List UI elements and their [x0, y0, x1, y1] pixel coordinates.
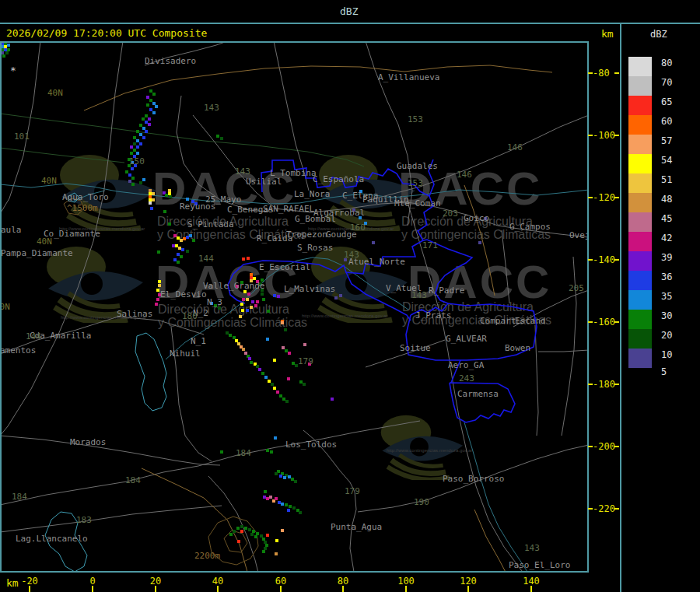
- route-label: 146: [457, 170, 472, 180]
- legend-value-label: 42: [661, 233, 672, 243]
- legend-value-label: 5: [661, 366, 667, 377]
- route-label: 143: [204, 103, 219, 113]
- place-label: Co_Diamante: [44, 229, 100, 239]
- route-label: 153: [408, 115, 423, 124]
- page-title: dBZ: [340, 5, 358, 17]
- elev-label: ^1500m: [67, 204, 98, 213]
- legend-swatch-70: [628, 76, 652, 96]
- right-axis-tick-inner: [588, 72, 593, 74]
- place-label: Usilial: [246, 177, 282, 187]
- place-label: E_Escorial: [259, 263, 310, 272]
- bottom-axis-tick-label: 140: [523, 576, 540, 587]
- route-label: 203: [443, 209, 458, 219]
- bottom-axis-unit-label: km: [6, 577, 19, 589]
- place-label: Valle_Grande: [203, 282, 264, 291]
- right-axis-tick-inner: [588, 446, 593, 447]
- right-axis-tick-outer: [614, 135, 619, 136]
- place-label: La_Nora: [294, 190, 330, 199]
- right-axis-tick-outer: [614, 259, 619, 261]
- route-label: 171: [422, 241, 438, 250]
- right-axis-tick-label: -220: [593, 503, 615, 514]
- bottom-axis-tick: [405, 586, 407, 592]
- route-label: 243: [459, 374, 474, 384]
- bottom-axis-tick: [342, 586, 344, 592]
- route-label: 101: [14, 132, 30, 142]
- place-label: A_Villanueva: [378, 73, 439, 82]
- place-label: Morados: [70, 438, 106, 447]
- place-label: R_Caida: [257, 234, 292, 243]
- right-axis-tick-inner: [588, 197, 593, 198]
- right-axis-tick-label: -200: [593, 441, 615, 452]
- right-axis: -80-100-120-140-160-180-200-220: [589, 24, 621, 592]
- route-label: 144: [198, 254, 214, 264]
- place-label: J_Prats: [415, 311, 451, 321]
- right-axis-tick-outer: [614, 321, 619, 323]
- place-label: N_3: [207, 298, 222, 307]
- bottom-axis-tick-label: 40: [212, 576, 223, 587]
- grid-label: 40N: [41, 177, 57, 186]
- bottom-axis-tick-label: 80: [338, 576, 348, 587]
- legend-swatch-36: [628, 271, 652, 290]
- place-label: S_Rosas: [297, 243, 333, 253]
- place-label: Guadales: [397, 162, 438, 171]
- place-label: Pampa_Diamante: [1, 249, 73, 258]
- legend-swatch-39: [628, 251, 652, 271]
- place-label: Los_Toldos: [285, 440, 337, 450]
- place-label: S_Pintada: [187, 220, 234, 229]
- right-axis-tick-label: -100: [593, 130, 615, 141]
- place-label: Mte_Coman: [394, 199, 441, 208]
- right-axis-tick-label: -160: [593, 317, 615, 328]
- bottom-axis-tick-label: 0: [89, 576, 95, 587]
- dbz-legend: dBZ 807065605754514845423936353020105: [622, 24, 700, 592]
- right-axis-tick-outer: [614, 446, 619, 447]
- place-label: G_ALVEAR: [446, 335, 487, 344]
- legend-value-label: 10: [661, 349, 672, 360]
- place-label: R_Padre: [429, 286, 464, 296]
- place-label: Escand: [515, 317, 546, 326]
- right-axis-tick-label: -120: [593, 192, 615, 203]
- bottom-axis-tick: [217, 586, 219, 592]
- legend-value-label: 20: [661, 330, 672, 341]
- right-axis-tick-inner: [588, 135, 593, 136]
- place-label: Divisadero: [145, 57, 196, 66]
- right-axis-tick-outer: [614, 508, 619, 510]
- legend-value-label: 54: [661, 155, 672, 166]
- bottom-axis-tick: [280, 586, 282, 592]
- radar-map: DACCDirección de Agricultura y Contingen…: [0, 41, 589, 573]
- legend-swatch-48: [628, 193, 652, 212]
- right-axis-tick-label: -140: [593, 254, 615, 265]
- bottom-axis-tick: [467, 586, 469, 592]
- route-label: 160: [350, 223, 366, 233]
- legend-swatch-57: [628, 135, 652, 154]
- route-label: 146: [507, 143, 523, 152]
- route-label: 153: [408, 179, 423, 188]
- legend-value-label: 51: [661, 174, 672, 185]
- route-label: 184: [125, 476, 141, 485]
- route-label: 144: [26, 332, 41, 342]
- place-label: L_Tombina: [270, 169, 317, 178]
- place-label: L_Malvinas: [284, 285, 335, 294]
- place-label: Nihuil: [170, 349, 201, 359]
- route-label: 143: [411, 291, 427, 300]
- legend-swatch-10: [628, 349, 652, 368]
- legend-value-label: 36: [661, 271, 672, 282]
- place-label: N_1: [191, 337, 206, 346]
- place-label: El_Desvio: [160, 290, 207, 300]
- right-axis-tick-outer: [614, 197, 619, 198]
- bottom-axis-tick-label: 120: [460, 576, 477, 587]
- place-label: Aero_GA: [448, 361, 484, 370]
- place-label: Soitue: [400, 344, 431, 353]
- place-label: Paso_El_Loro: [509, 561, 570, 570]
- route-label: 179: [298, 357, 313, 366]
- route-label: 183: [76, 516, 92, 525]
- legend-swatch-65: [628, 96, 652, 115]
- place-label: Punta_Agua: [331, 523, 382, 532]
- place-label: Reyunos: [180, 202, 215, 212]
- radar-site-marker: *: [10, 66, 16, 75]
- route-label: 143: [235, 167, 250, 177]
- grid-label: 40N: [37, 237, 52, 247]
- legend-swatch-42: [628, 232, 652, 251]
- place-label: C_Española: [313, 175, 364, 184]
- legend-swatch-54: [628, 154, 652, 173]
- legend-value-label: 39: [661, 252, 672, 263]
